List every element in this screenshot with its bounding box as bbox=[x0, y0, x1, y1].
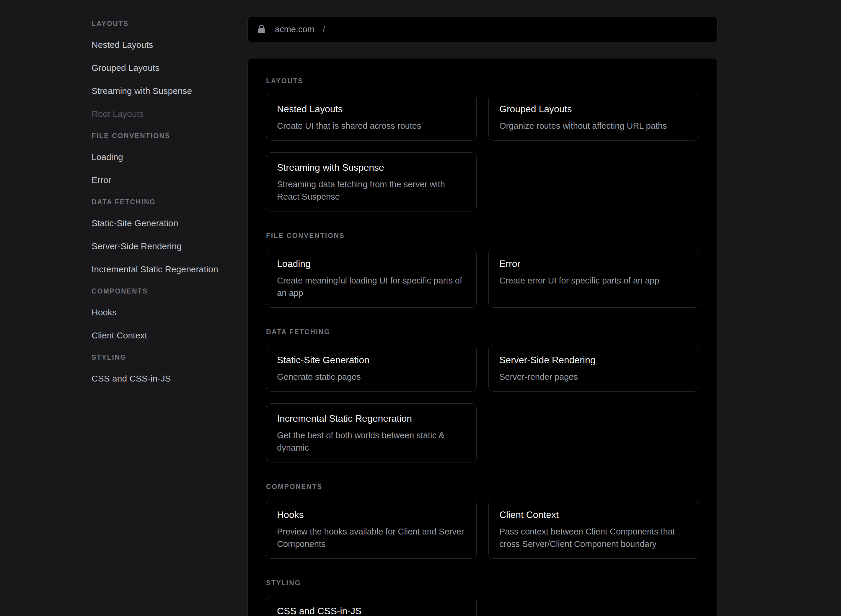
card-grid-components: Hooks Preview the hooks available for Cl… bbox=[266, 500, 699, 559]
card-description: Create UI that is shared across routes bbox=[277, 120, 466, 132]
panel-heading-layouts: Layouts bbox=[266, 77, 699, 85]
panel-heading-styling: Styling bbox=[266, 579, 699, 587]
card-css-and-css-in-js[interactable]: CSS and CSS-in-JS Preview the supported … bbox=[266, 596, 477, 616]
sidebar-item-error[interactable]: Error bbox=[92, 175, 236, 185]
card-description: Organize routes without affecting URL pa… bbox=[500, 120, 688, 132]
sidebar-item-grouped-layouts[interactable]: Grouped Layouts bbox=[92, 63, 236, 73]
card-loading[interactable]: Loading Create meaningful loading UI for… bbox=[266, 249, 477, 308]
sidebar-heading-components: Components bbox=[92, 287, 236, 295]
url-path: / bbox=[323, 25, 325, 34]
card-title: Incremental Static Regeneration bbox=[277, 412, 466, 424]
card-static-site-generation[interactable]: Static-Site Generation Generate static p… bbox=[266, 345, 477, 392]
sidebar-item-root-layouts: Root Layouts bbox=[92, 109, 236, 119]
sidebar-item-css-and-css-in-js[interactable]: CSS and CSS-in-JS bbox=[92, 373, 236, 384]
sidebar-section-file-conventions: File Conventions Loading Error bbox=[92, 132, 236, 185]
panel-section-data-fetching: Data Fetching Static-Site Generation Gen… bbox=[266, 328, 699, 462]
panel-heading-file-conventions: File Conventions bbox=[266, 232, 699, 240]
sidebar-item-client-context[interactable]: Client Context bbox=[92, 330, 236, 341]
card-server-side-rendering[interactable]: Server-Side Rendering Server-render page… bbox=[488, 345, 699, 392]
card-grid-file-conventions: Loading Create meaningful loading UI for… bbox=[266, 249, 699, 308]
card-description: Create meaningful loading UI for specifi… bbox=[277, 274, 466, 299]
card-title: Client Context bbox=[500, 509, 688, 521]
card-title: Streaming with Suspense bbox=[277, 161, 466, 173]
card-title: Static-Site Generation bbox=[277, 354, 466, 366]
card-description: Get the best of both worlds between stat… bbox=[277, 429, 466, 454]
card-title: Loading bbox=[277, 258, 466, 270]
panel-section-layouts: Layouts Nested Layouts Create UI that is… bbox=[266, 77, 699, 211]
sidebar-heading-data-fetching: Data Fetching bbox=[92, 198, 236, 206]
panel-section-file-conventions: File Conventions Loading Create meaningf… bbox=[266, 232, 699, 308]
card-error[interactable]: Error Create error UI for specific parts… bbox=[488, 249, 699, 308]
sidebar-section-layouts: Layouts Nested Layouts Grouped Layouts S… bbox=[92, 19, 236, 119]
sidebar-heading-styling: Styling bbox=[92, 353, 236, 361]
panel-section-components: Components Hooks Preview the hooks avail… bbox=[266, 483, 699, 559]
card-description: Server-render pages bbox=[500, 371, 688, 383]
card-hooks[interactable]: Hooks Preview the hooks available for Cl… bbox=[266, 500, 477, 559]
card-grid-data-fetching: Static-Site Generation Generate static p… bbox=[266, 345, 699, 462]
card-client-context[interactable]: Client Context Pass context between Clie… bbox=[488, 500, 699, 559]
url-host: acme.com bbox=[275, 25, 315, 34]
sidebar: Layouts Nested Layouts Grouped Layouts S… bbox=[0, 0, 248, 616]
sidebar-item-nested-layouts[interactable]: Nested Layouts bbox=[92, 40, 236, 50]
card-title: Hooks bbox=[277, 509, 466, 521]
sidebar-item-static-site-generation[interactable]: Static-Site Generation bbox=[92, 218, 236, 229]
main-content: acme.com / Layouts Nested Layouts Create… bbox=[248, 0, 718, 616]
sidebar-item-loading[interactable]: Loading bbox=[92, 152, 236, 163]
lock-icon bbox=[258, 25, 265, 34]
card-description: Create error UI for specific parts of an… bbox=[500, 274, 688, 287]
sidebar-section-data-fetching: Data Fetching Static-Site Generation Ser… bbox=[92, 198, 236, 275]
sidebar-section-components: Components Hooks Client Context bbox=[92, 287, 236, 341]
sidebar-section-styling: Styling CSS and CSS-in-JS bbox=[92, 353, 236, 384]
demo-panel: Layouts Nested Layouts Create UI that is… bbox=[248, 58, 718, 616]
card-title: CSS and CSS-in-JS bbox=[277, 605, 466, 616]
sidebar-item-server-side-rendering[interactable]: Server-Side Rendering bbox=[92, 241, 236, 252]
card-streaming-with-suspense[interactable]: Streaming with Suspense Streaming data f… bbox=[266, 153, 477, 211]
sidebar-item-hooks[interactable]: Hooks bbox=[92, 307, 236, 318]
card-title: Grouped Layouts bbox=[500, 103, 688, 115]
panel-heading-components: Components bbox=[266, 483, 699, 491]
sidebar-item-incremental-static-regeneration[interactable]: Incremental Static Regeneration bbox=[92, 264, 236, 275]
app-root: Layouts Nested Layouts Grouped Layouts S… bbox=[0, 0, 841, 616]
card-incremental-static-regeneration[interactable]: Incremental Static Regeneration Get the … bbox=[266, 403, 477, 462]
sidebar-heading-file-conventions: File Conventions bbox=[92, 132, 236, 140]
panel-heading-data-fetching: Data Fetching bbox=[266, 328, 699, 336]
card-description: Pass context between Client Components t… bbox=[500, 525, 688, 550]
panel-section-styling: Styling CSS and CSS-in-JS Preview the su… bbox=[266, 579, 699, 616]
card-title: Error bbox=[500, 258, 688, 270]
card-grid-layouts: Nested Layouts Create UI that is shared … bbox=[266, 94, 699, 211]
card-description: Preview the hooks available for Client a… bbox=[277, 525, 466, 550]
card-nested-layouts[interactable]: Nested Layouts Create UI that is shared … bbox=[266, 94, 477, 141]
card-title: Nested Layouts bbox=[277, 103, 466, 115]
card-grid-styling: CSS and CSS-in-JS Preview the supported … bbox=[266, 596, 699, 616]
card-grouped-layouts[interactable]: Grouped Layouts Organize routes without … bbox=[488, 94, 699, 141]
card-title: Server-Side Rendering bbox=[500, 354, 688, 366]
sidebar-heading-layouts: Layouts bbox=[92, 19, 236, 28]
card-description: Streaming data fetching from the server … bbox=[277, 178, 466, 203]
address-bar[interactable]: acme.com / bbox=[248, 16, 718, 42]
card-description: Generate static pages bbox=[277, 371, 466, 383]
sidebar-item-streaming-with-suspense[interactable]: Streaming with Suspense bbox=[92, 86, 236, 96]
